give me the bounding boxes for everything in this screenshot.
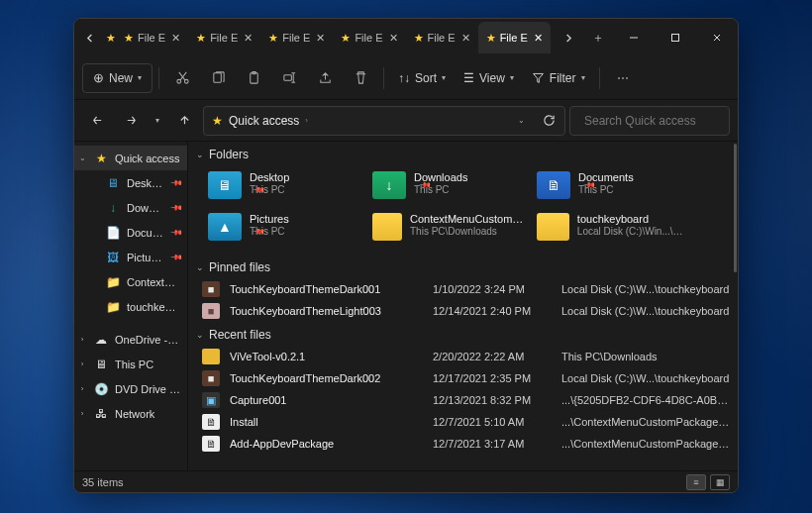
- chevron-right-icon: ›: [77, 409, 87, 418]
- file-row[interactable]: 🗎Install12/7/2021 5:10 AM...\ContextMenu…: [188, 411, 738, 433]
- filter-label: Filter: [550, 71, 576, 85]
- drive-icon: 💿: [93, 382, 109, 396]
- sidebar-quick-access[interactable]: ⌄ ★ Quick access: [74, 146, 187, 170]
- new-button-label: New: [109, 71, 133, 85]
- folder-touchkeyboard[interactable]: touchkeyboardLocal Disk (C:)\Win...\Web: [531, 209, 695, 251]
- new-button[interactable]: ⊕ New ▾: [82, 63, 152, 93]
- chevron-down-icon: ⌄: [196, 150, 204, 159]
- scrollbar-thumb[interactable]: [734, 144, 737, 272]
- nav-up-button[interactable]: [169, 106, 199, 136]
- drive-icon: ☁: [93, 333, 109, 347]
- group-recent-header[interactable]: ⌄Recent files: [188, 322, 738, 346]
- tab-2[interactable]: ★File E✕: [260, 22, 333, 53]
- pin-icon: 📌: [169, 201, 182, 214]
- folder-name: touchkeyboard: [577, 213, 689, 225]
- sidebar-item-label: Desktop: [127, 177, 165, 189]
- close-icon[interactable]: ✕: [532, 30, 545, 47]
- cut-button[interactable]: [165, 63, 199, 93]
- folder-icon: 📁: [105, 275, 121, 289]
- paste-button[interactable]: [237, 63, 270, 93]
- nav-back-button[interactable]: [82, 106, 112, 136]
- sidebar-item-label: Quick access: [115, 153, 181, 164]
- address-dropdown[interactable]: ⌄: [509, 116, 533, 125]
- share-button[interactable]: [308, 63, 342, 93]
- search-box[interactable]: [569, 106, 730, 136]
- svg-point-1: [176, 79, 180, 83]
- file-row[interactable]: ■TouchKeyboardThemeDark0011/10/2022 3:24…: [188, 278, 738, 300]
- tiles-view-button[interactable]: ▦: [710, 474, 730, 490]
- tab-label: File E: [138, 32, 165, 44]
- sort-button[interactable]: ↑↓ Sort ▾: [390, 63, 454, 93]
- folder-pictures[interactable]: ▲PicturesThis PC📌: [202, 209, 366, 251]
- tab-back-button[interactable]: [76, 24, 104, 51]
- sidebar-item-network[interactable]: ›🖧Network: [74, 401, 187, 426]
- folder-icon: 📁: [105, 300, 121, 314]
- sidebar-item-label: touchkeyboard: [127, 301, 181, 313]
- file-date: 12/7/2021 5:10 AM: [433, 416, 552, 428]
- close-icon[interactable]: ✕: [242, 30, 254, 47]
- refresh-button[interactable]: [537, 114, 560, 127]
- titlebar: ★ ★File E✕★File E✕★File E✕★File E✕★File …: [74, 19, 738, 56]
- tab-1[interactable]: ★File E✕: [188, 22, 260, 53]
- minimize-button[interactable]: [613, 19, 655, 56]
- group-folders-header[interactable]: ⌄Folders: [188, 142, 738, 165]
- folder-desktop[interactable]: 🖥DesktopThis PC📌: [202, 167, 366, 209]
- chevron-right-icon: ›: [77, 335, 87, 344]
- close-icon[interactable]: ✕: [314, 30, 327, 47]
- sidebar-item-documents[interactable]: 📄Documents📌: [74, 220, 187, 245]
- close-icon[interactable]: ✕: [459, 30, 472, 47]
- sidebar-item-dvd-drive-d-ccco[interactable]: ›💿DVD Drive (D:) CCCO: [74, 376, 187, 401]
- copy-button[interactable]: [201, 63, 235, 93]
- chevron-right-icon: ›: [305, 116, 308, 125]
- file-location: ...\ContextMenuCustomPackage_...: [561, 438, 730, 450]
- file-date: 12/7/2021 3:17 AM: [433, 438, 552, 450]
- file-row[interactable]: ■TouchKeyboardThemeDark00212/17/2021 2:3…: [188, 367, 738, 389]
- tab-3[interactable]: ★File E✕: [333, 22, 405, 53]
- tab-label: File E: [428, 32, 456, 44]
- folder-documents[interactable]: 🗎DocumentsThis PC📌: [531, 167, 695, 209]
- file-name: TouchKeyboardThemeLight003: [230, 305, 423, 317]
- file-row[interactable]: 🗎Add-AppDevPackage12/7/2021 3:17 AM...\C…: [188, 433, 738, 455]
- close-button[interactable]: [696, 19, 738, 56]
- sidebar-item-onedrive-personal[interactable]: ›☁OneDrive - Personal: [74, 327, 187, 352]
- file-location: Local Disk (C:)\W...\touchkeyboard: [561, 372, 730, 384]
- rename-button[interactable]: [272, 63, 306, 93]
- sidebar-item-downloads[interactable]: ↓Downloads📌: [74, 195, 187, 220]
- sidebar-item-this-pc[interactable]: ›🖥This PC: [74, 352, 187, 376]
- tab-5[interactable]: ★File E✕: [478, 22, 551, 53]
- view-button[interactable]: ☰ View ▾: [456, 63, 522, 93]
- chevron-down-icon: ⌄: [196, 262, 204, 272]
- sidebar-item-label: OneDrive - Personal: [115, 334, 181, 346]
- close-icon[interactable]: ✕: [387, 30, 400, 47]
- more-button[interactable]: ⋯: [606, 63, 640, 93]
- breadcrumb[interactable]: ★ Quick access ›: [208, 107, 312, 135]
- file-date: 2/20/2022 2:22 AM: [433, 351, 552, 362]
- pin-icon: 📌: [169, 176, 182, 189]
- sidebar-item-pictures[interactable]: 🖼Pictures📌: [74, 245, 187, 269]
- search-input[interactable]: [584, 114, 733, 128]
- folder-downloads[interactable]: ↓DownloadsThis PC📌: [366, 167, 531, 209]
- sort-icon: ↑↓: [398, 71, 410, 85]
- file-row[interactable]: ▣Capture00112/13/2021 8:32 PM...\{5205DF…: [188, 389, 738, 411]
- tab-forward-button[interactable]: [554, 24, 581, 51]
- sidebar-item-contextmenucust[interactable]: 📁ContextMenuCust: [74, 269, 187, 294]
- maximize-button[interactable]: [655, 19, 696, 56]
- file-row[interactable]: ViVeTool-v0.2.12/20/2022 2:22 AMThis PC\…: [188, 346, 738, 367]
- filter-button[interactable]: Filter ▾: [524, 63, 593, 93]
- details-view-button[interactable]: ≡: [686, 474, 706, 490]
- new-tab-button[interactable]: ＋: [583, 30, 613, 47]
- nav-forward-button[interactable]: [116, 106, 146, 136]
- delete-button[interactable]: [344, 63, 377, 93]
- sidebar-item-touchkeyboard[interactable]: 📁touchkeyboard: [74, 294, 187, 319]
- sidebar-item-desktop[interactable]: 🖥Desktop📌: [74, 170, 187, 195]
- group-pinned-header[interactable]: ⌄Pinned files: [188, 255, 738, 278]
- address-bar[interactable]: ★ Quick access › ⌄: [203, 106, 565, 136]
- sidebar-item-label: Network: [115, 408, 181, 420]
- drive-icon: 🖥: [93, 358, 109, 371]
- tab-0[interactable]: ★File E✕: [116, 22, 188, 53]
- drive-icon: 🖧: [93, 407, 109, 421]
- file-row[interactable]: ■TouchKeyboardThemeLight00312/14/2021 2:…: [188, 300, 738, 322]
- tab-4[interactable]: ★File E✕: [406, 22, 478, 53]
- nav-recent-button[interactable]: ▾: [150, 106, 165, 136]
- close-icon[interactable]: ✕: [169, 30, 182, 47]
